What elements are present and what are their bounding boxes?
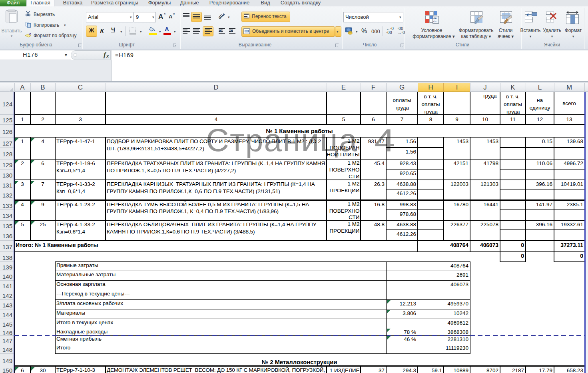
- svg-text:ab: ab: [218, 13, 224, 20]
